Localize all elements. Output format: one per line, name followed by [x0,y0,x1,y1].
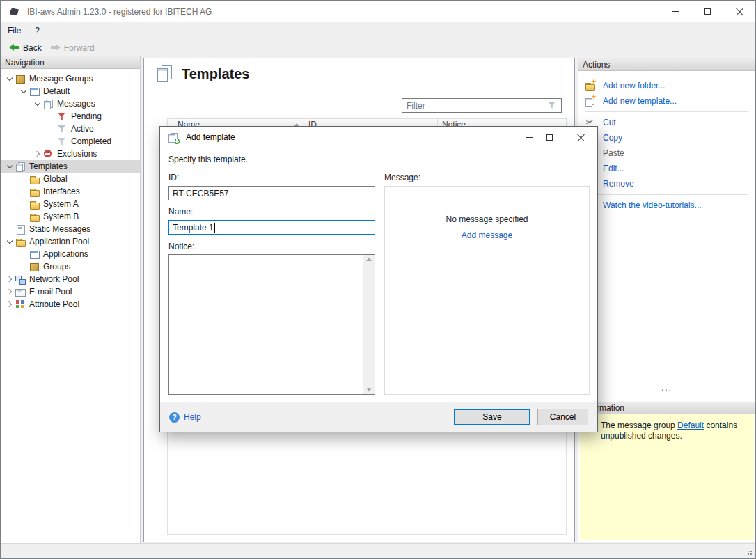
help-link[interactable]: ? Help [169,412,201,423]
add-template-dialog-icon [167,132,178,143]
back-arrow-icon [9,43,19,52]
exclusions-icon [42,148,54,159]
add-template-icon [584,95,595,107]
id-label: ID: [168,173,179,182]
minimize-button[interactable] [659,1,691,22]
tree-item-application-pool[interactable]: Application Pool [1,235,140,248]
splitter-handle[interactable]: ... [578,383,755,393]
actions-panel: Actions Add new folder... Add new templa… [578,58,756,542]
active-filter-icon [56,123,68,134]
name-label: Name: [168,207,193,216]
add-message-link[interactable]: Add message [462,230,512,240]
message-label: Message: [384,173,420,182]
email-pool-icon [15,286,26,297]
chevron-down-icon[interactable] [5,162,15,171]
close-icon [736,8,743,15]
navigation-tree: Message Groups Default Messages Pending [1,69,140,310]
groups-icon [29,261,40,272]
action-watch-video-tutorials[interactable]: Watch the video-tutorials... [584,198,755,213]
chevron-right-icon[interactable] [33,149,42,159]
dialog-titlebar[interactable]: Add template [160,127,597,148]
resize-grip[interactable] [744,547,753,556]
menu-file[interactable]: File [1,22,28,39]
tree-item-active[interactable]: Active [1,123,140,135]
tree-item-applications[interactable]: Applications [1,248,140,260]
close-icon [577,134,585,141]
id-input[interactable]: RT-CECB5E57 [168,186,375,200]
save-button[interactable]: Save [454,409,530,425]
titlebar[interactable]: IBI-aws Admin 1.23.0 - registered for IB… [1,1,755,22]
folder-icon [29,186,40,197]
chevron-down-icon[interactable] [19,86,29,96]
chevron-down-icon[interactable] [33,99,42,109]
chevron-spacer [19,212,29,221]
templates-icon [15,161,26,172]
forward-button[interactable]: Forward [47,42,100,54]
chevron-down-icon[interactable] [5,237,15,246]
filter-box [402,98,562,113]
static-messages-icon [15,223,26,235]
back-button[interactable]: Back [6,42,47,54]
tree-item-global[interactable]: Global [1,173,140,185]
dialog-maximize-button[interactable] [540,129,559,145]
notice-input[interactable] [169,255,375,394]
menu-help[interactable]: ? [28,22,47,39]
tree-item-default[interactable]: Default [1,85,140,97]
notice-field [168,254,375,395]
network-pool-icon [15,274,26,285]
tree-item-completed[interactable]: Completed [1,135,140,148]
minimize-icon [672,11,679,12]
message-box: No message specified Add message [384,186,590,395]
folder-icon [29,211,40,222]
chevron-spacer [5,224,15,234]
actions-list: Add new folder... Add new template... ✂ … [578,71,755,213]
dialog-close-button[interactable] [571,129,590,145]
chevron-spacer [19,187,29,196]
pending-filter-icon [56,111,68,122]
tree-item-email-pool[interactable]: E-mail Pool [1,285,140,298]
folder-icon [29,198,40,210]
action-add-new-template[interactable]: Add new template... [584,93,755,109]
chevron-right-icon[interactable] [5,299,15,309]
tree-item-system-a[interactable]: System A [1,198,140,210]
chevron-right-icon[interactable] [5,274,15,284]
tree-item-exclusions[interactable]: Exclusions [1,148,140,160]
tree-item-templates[interactable]: Templates [1,160,140,173]
tree-item-message-groups[interactable]: Message Groups [1,72,140,85]
applications-icon [29,249,40,260]
filter-input[interactable] [402,98,562,113]
add-folder-icon [584,80,595,91]
chevron-down-icon[interactable] [5,74,15,84]
action-cut[interactable]: ✂ Cut [584,115,755,130]
dialog-minimize-button[interactable] [520,129,540,145]
tree-item-static-messages[interactable]: Static Messages [1,223,140,235]
maximize-button[interactable] [691,1,723,22]
scroll-up-icon[interactable] [366,258,372,261]
chevron-spacer [19,262,29,271]
action-add-new-folder[interactable]: Add new folder... [584,78,755,93]
close-button[interactable] [723,1,755,22]
chevron-right-icon[interactable] [5,287,15,297]
default-group-link[interactable]: Default [677,420,704,430]
maximize-icon [546,134,553,141]
action-paste[interactable]: Paste [584,145,755,161]
menubar: File ? [1,22,755,39]
action-remove[interactable]: Remove [584,176,755,191]
name-input[interactable]: Template 1 [168,220,375,235]
scroll-down-icon[interactable] [366,388,372,391]
action-copy[interactable]: Copy [584,130,755,145]
tree-item-system-b[interactable]: System B [1,210,140,223]
cancel-button[interactable]: Cancel [537,409,588,425]
filter-funnel-icon[interactable] [547,100,557,110]
action-edit[interactable]: Edit... [584,161,755,176]
chevron-spacer [19,174,29,184]
tree-item-attribute-pool[interactable]: Attribute Pool [1,298,140,310]
separator [585,111,748,112]
tree-item-messages[interactable]: Messages [1,97,140,110]
tree-item-interfaces[interactable]: Interfaces [1,185,140,198]
tree-item-groups[interactable]: Groups [1,260,140,273]
folder-icon [29,173,40,184]
tree-item-pending[interactable]: Pending [1,110,140,123]
notice-scrollbar[interactable] [363,255,375,394]
tree-item-network-pool[interactable]: Network Pool [1,273,140,285]
